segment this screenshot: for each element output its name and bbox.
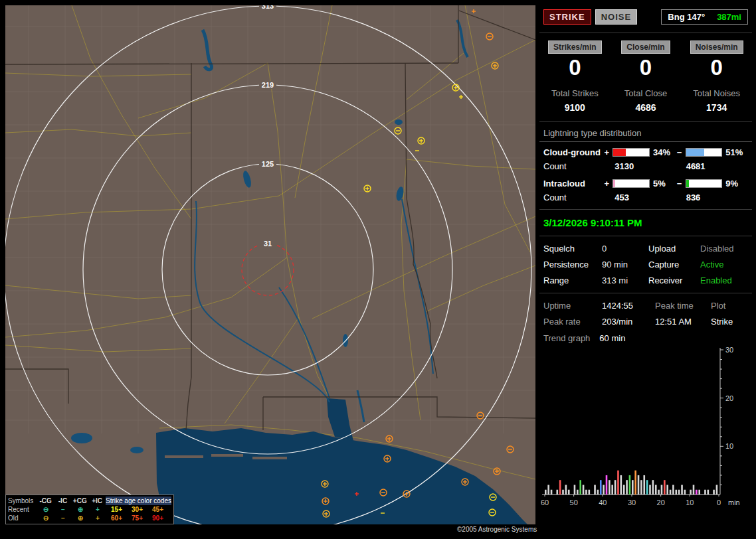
- ic-plus-pct: 5%: [653, 179, 676, 189]
- pos-ic-old-icon: +: [89, 514, 106, 522]
- svg-text:30: 30: [725, 346, 733, 354]
- lightning-map[interactable]: 31321912531 Symbols -CG -IC +CG +IC Stri…: [5, 5, 535, 524]
- legend-symbols-title: Symbols: [8, 497, 37, 505]
- pos-ic-recent-icon: +: [89, 505, 106, 514]
- ic-minus-count: 836: [677, 193, 748, 202]
- datetime-display: 3/12/2026 9:10:11 PM: [539, 212, 752, 234]
- svg-text:0: 0: [717, 499, 721, 506]
- strikes-per-min-button[interactable]: Strikes/min: [548, 40, 602, 54]
- legend-age-title: Strike age color codes: [106, 497, 171, 505]
- settings-grid: Squelch 0 Upload Disabled Persistence 90…: [539, 238, 752, 291]
- age-90: 90+: [147, 514, 168, 522]
- svg-text:10: 10: [686, 499, 694, 506]
- cg-minus-count: 4681: [677, 161, 748, 171]
- rate-counters: Strikes/min 0 Total Strikes 9100 Close/m…: [539, 35, 752, 119]
- status-panel: STRIKE NOISE Bng 147° 387mi Strikes/min …: [539, 7, 752, 534]
- legend-header-row: Symbols -CG -IC +CG +IC Strike age color…: [8, 497, 171, 505]
- cloud-ground-count-row: Count 3130 4681: [539, 160, 752, 176]
- svg-text:313: 313: [262, 5, 274, 10]
- minus-sign: −: [676, 147, 684, 157]
- total-close-value: 4686: [611, 102, 682, 119]
- legend-old-row: Old ⊖ − ⊕ + 60+ 75+ 90+: [8, 514, 171, 522]
- noises-per-min-value: 0: [681, 55, 752, 80]
- peak-rate-value: 203/min: [602, 317, 655, 327]
- cg-minus-bar: [686, 148, 723, 157]
- cloud-ground-label: Cloud-ground: [543, 147, 603, 157]
- divider: [539, 33, 752, 33]
- range-label: Range: [543, 275, 602, 285]
- peak-time-value: 12:51 AM: [655, 317, 711, 327]
- trend-graph-header: Trend graph 60 min: [539, 328, 752, 343]
- bearing-value: Bng 147°: [668, 12, 705, 22]
- svg-text:50: 50: [570, 499, 578, 506]
- total-strikes-value: 9100: [539, 102, 611, 119]
- neg-ic-old-icon: −: [54, 514, 72, 522]
- svg-text:20: 20: [657, 499, 665, 506]
- ic-plus-bar: [613, 179, 650, 188]
- range-value: 313 mi: [602, 275, 648, 285]
- trend-window-value: 60 min: [599, 333, 625, 343]
- age-75: 75+: [127, 514, 147, 522]
- age-45: 45+: [147, 505, 168, 514]
- legend-recent-label: Recent: [8, 505, 37, 514]
- neg-cg-recent-icon: ⊖: [37, 505, 54, 514]
- count-label: Count: [543, 193, 605, 202]
- svg-text:10: 10: [725, 442, 733, 450]
- upload-value: Disabled: [700, 244, 747, 254]
- total-strikes-label: Total Strikes: [539, 88, 611, 98]
- intracloud-label: Intracloud: [543, 179, 603, 189]
- divider: [539, 121, 752, 122]
- neg-ic-recent-icon: −: [54, 505, 72, 514]
- uptime-label: Uptime: [543, 301, 602, 311]
- close-per-min-button[interactable]: Close/min: [621, 40, 670, 54]
- copyright-text: ©2005 Astrogenic Systems: [457, 526, 537, 533]
- legend-col-pos-ic: +IC: [88, 497, 106, 505]
- strikes-per-min-value: 0: [539, 55, 611, 80]
- distance-value: 387mi: [717, 12, 741, 22]
- legend-col-neg-cg: -CG: [37, 497, 54, 505]
- intracloud-count-row: Count 453 836: [539, 191, 752, 207]
- age-30: 30+: [127, 505, 147, 514]
- svg-text:60: 60: [541, 499, 549, 506]
- strikes-counter: Strikes/min 0 Total Strikes 9100: [539, 40, 611, 119]
- intracloud-row: Intracloud + 5% − 9%: [539, 176, 752, 191]
- upload-label: Upload: [648, 244, 700, 254]
- persistence-value: 90 min: [602, 260, 648, 270]
- capture-value: Active: [700, 260, 747, 270]
- cg-plus-pct: 34%: [653, 147, 676, 157]
- total-noises-label: Total Noises: [681, 88, 752, 98]
- persistence-label: Persistence: [543, 260, 602, 270]
- cg-plus-count: 3130: [605, 161, 676, 171]
- peak-time-label: Peak time: [655, 301, 711, 311]
- svg-text:20: 20: [725, 394, 733, 402]
- close-counter: Close/min 0 Total Close 4686: [611, 40, 682, 119]
- pos-cg-old-icon: ⊕: [72, 514, 89, 522]
- legend-old-label: Old: [8, 514, 37, 522]
- noise-indicator-button[interactable]: NOISE: [595, 9, 637, 25]
- svg-text:30: 30: [628, 499, 636, 506]
- noises-counter: Noises/min 0 Total Noises 1734: [681, 40, 752, 119]
- cloud-ground-row: Cloud-ground + 34% − 51%: [539, 145, 752, 160]
- plot-value: Strike: [711, 317, 748, 327]
- age-15: 15+: [106, 505, 127, 514]
- strike-indicator-button[interactable]: STRIKE: [543, 9, 591, 25]
- cg-plus-bar: [613, 148, 650, 157]
- svg-text:min: min: [728, 499, 740, 506]
- svg-text:125: 125: [262, 160, 274, 168]
- total-close-label: Total Close: [611, 88, 682, 98]
- trend-graph-label: Trend graph: [543, 333, 590, 343]
- panel-header: STRIKE NOISE Bng 147° 387mi: [539, 7, 752, 31]
- map-canvas: 31321912531: [5, 5, 535, 524]
- noises-per-min-button[interactable]: Noises/min: [690, 40, 743, 54]
- divider: [539, 293, 752, 293]
- map-legend: Symbols -CG -IC +CG +IC Strike age color…: [5, 495, 174, 524]
- pos-cg-recent-icon: ⊕: [72, 505, 89, 514]
- svg-text:40: 40: [599, 499, 607, 506]
- peak-rate-label: Peak rate: [543, 317, 602, 327]
- minus-sign: −: [676, 179, 684, 189]
- receiver-label: Receiver: [648, 275, 700, 285]
- total-noises-value: 1734: [681, 102, 752, 119]
- plus-sign: +: [603, 147, 611, 157]
- bearing-distance-box: Bng 147° 387mi: [661, 9, 748, 25]
- ic-plus-count: 453: [605, 193, 676, 202]
